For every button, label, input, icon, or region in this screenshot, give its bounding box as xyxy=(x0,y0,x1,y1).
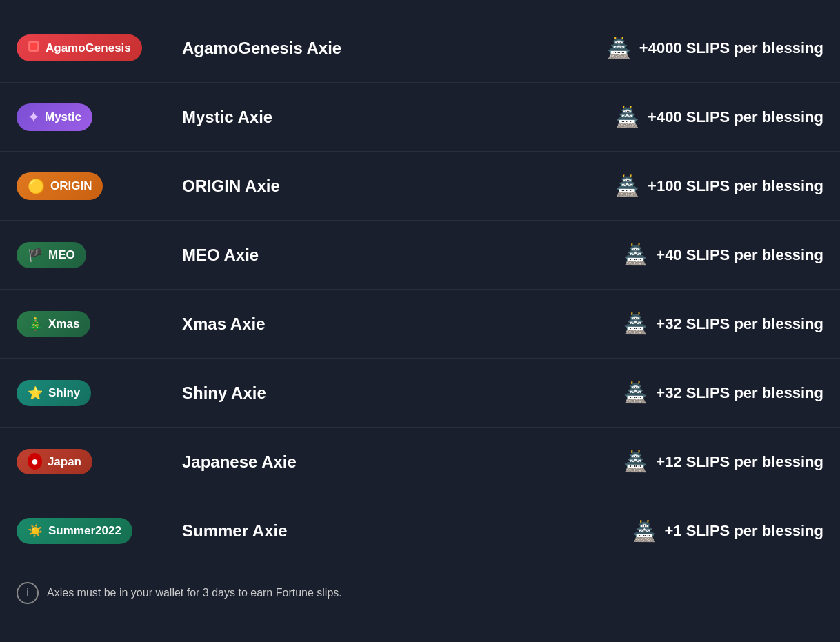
reward-text-xmas: +32 SLIPS per blessing xyxy=(656,315,823,333)
badge-label-mystic: Mystic xyxy=(45,110,81,124)
reward-icon-meo: 🏯 xyxy=(623,243,648,266)
reward-icon-mystic: 🏯 xyxy=(615,106,639,128)
reward-icon-xmas: 🏯 xyxy=(623,312,648,335)
reward-text-summer2022: +1 SLIPS per blessing xyxy=(665,522,823,540)
reward-col-shiny: 🏯 +32 SLIPS per blessing xyxy=(623,381,823,404)
badge-col-shiny: ⭐ Shiny xyxy=(17,380,168,406)
reward-col-mystic: 🏯 +400 SLIPS per blessing xyxy=(615,106,823,128)
info-icon: i xyxy=(17,582,39,604)
axie-name-agamo: AgamoGenesis Axie xyxy=(168,39,607,58)
row-agamo: AgamoGenesis AgamoGenesis Axie 🏯 +4000 S… xyxy=(0,14,840,83)
row-xmas: 🎄 Xmas Xmas Axie 🏯 +32 SLIPS per blessin… xyxy=(0,290,840,359)
badge-col-mystic: ✦ Mystic xyxy=(17,103,168,131)
badge-japan: ● Japan xyxy=(17,449,92,474)
reward-text-agamo: +4000 SLIPS per blessing xyxy=(639,39,823,57)
axie-name-mystic: Mystic Axie xyxy=(168,108,615,127)
badge-label-japan: Japan xyxy=(48,455,81,469)
badge-shiny: ⭐ Shiny xyxy=(17,380,91,406)
axie-name-japan: Japanese Axie xyxy=(168,452,623,472)
badge-icon-xmas: 🎄 xyxy=(28,317,43,332)
badge-label-xmas: Xmas xyxy=(48,317,79,331)
badge-col-xmas: 🎄 Xmas xyxy=(17,311,168,337)
reward-icon-origin: 🏯 xyxy=(615,174,639,197)
reward-col-agamo: 🏯 +4000 SLIPS per blessing xyxy=(607,37,823,59)
row-shiny: ⭐ Shiny Shiny Axie 🏯 +32 SLIPS per bless… xyxy=(0,359,840,428)
row-summer2022: ☀️ Summer2022 Summer Axie 🏯 +1 SLIPS per… xyxy=(0,496,840,565)
info-text: Axies must be in your wallet for 3 days … xyxy=(47,587,342,599)
reward-text-origin: +100 SLIPS per blessing xyxy=(648,177,823,195)
badge-icon-agamo xyxy=(28,40,40,56)
info-footer: i Axies must be in your wallet for 3 day… xyxy=(0,565,840,621)
reward-col-summer2022: 🏯 +1 SLIPS per blessing xyxy=(632,520,823,543)
reward-text-japan: +12 SLIPS per blessing xyxy=(656,453,823,471)
badge-icon-meo: 🏴 xyxy=(28,248,43,263)
badge-label-agamo: AgamoGenesis xyxy=(46,41,131,55)
badge-agamo: AgamoGenesis xyxy=(17,34,142,61)
badge-icon-summer2022: ☀️ xyxy=(28,523,43,539)
row-origin: 🟡 ORIGIN ORIGIN Axie 🏯 +100 SLIPS per bl… xyxy=(0,152,840,221)
badge-label-meo: MEO xyxy=(48,248,75,262)
reward-text-meo: +40 SLIPS per blessing xyxy=(656,246,823,264)
badge-mystic: ✦ Mystic xyxy=(17,103,92,131)
badge-summer2022: ☀️ Summer2022 xyxy=(17,518,132,544)
reward-text-shiny: +32 SLIPS per blessing xyxy=(656,384,823,402)
badge-col-summer2022: ☀️ Summer2022 xyxy=(17,518,168,544)
reward-icon-summer2022: 🏯 xyxy=(632,520,657,543)
badge-label-shiny: Shiny xyxy=(48,386,80,400)
axie-name-xmas: Xmas Axie xyxy=(168,314,623,334)
reward-text-mystic: +400 SLIPS per blessing xyxy=(648,108,823,126)
badge-label-origin: ORIGIN xyxy=(50,179,92,193)
reward-col-origin: 🏯 +100 SLIPS per blessing xyxy=(615,174,823,197)
axie-name-shiny: Shiny Axie xyxy=(168,383,623,403)
axie-name-origin: ORIGIN Axie xyxy=(168,177,615,196)
badge-icon-mystic: ✦ xyxy=(28,109,39,126)
badge-col-japan: ● Japan xyxy=(17,449,168,474)
reward-col-meo: 🏯 +40 SLIPS per blessing xyxy=(623,243,823,266)
axie-name-meo: MEO Axie xyxy=(168,245,623,265)
badge-label-summer2022: Summer2022 xyxy=(48,524,121,538)
svg-rect-1 xyxy=(30,42,38,50)
reward-icon-agamo: 🏯 xyxy=(607,37,631,59)
badge-col-origin: 🟡 ORIGIN xyxy=(17,172,168,200)
badge-icon-japan: ● xyxy=(28,454,42,469)
reward-col-japan: 🏯 +12 SLIPS per blessing xyxy=(623,450,823,473)
badge-icon-shiny: ⭐ xyxy=(28,385,43,401)
badge-origin: 🟡 ORIGIN xyxy=(17,172,103,200)
badge-col-agamo: AgamoGenesis xyxy=(17,34,168,61)
badge-meo: 🏴 MEO xyxy=(17,242,86,268)
badge-icon-origin: 🟡 xyxy=(28,178,45,194)
badge-col-meo: 🏴 MEO xyxy=(17,242,168,268)
reward-icon-shiny: 🏯 xyxy=(623,381,648,404)
badge-xmas: 🎄 Xmas xyxy=(17,311,90,337)
reward-icon-japan: 🏯 xyxy=(623,450,648,473)
row-mystic: ✦ Mystic Mystic Axie 🏯 +400 SLIPS per bl… xyxy=(0,83,840,152)
row-japan: ● Japan Japanese Axie 🏯 +12 SLIPS per bl… xyxy=(0,428,840,496)
axie-name-summer2022: Summer Axie xyxy=(168,521,632,541)
reward-col-xmas: 🏯 +32 SLIPS per blessing xyxy=(623,312,823,335)
row-meo: 🏴 MEO MEO Axie 🏯 +40 SLIPS per blessing xyxy=(0,221,840,290)
axie-rarity-table: AgamoGenesis AgamoGenesis Axie 🏯 +4000 S… xyxy=(0,14,840,565)
